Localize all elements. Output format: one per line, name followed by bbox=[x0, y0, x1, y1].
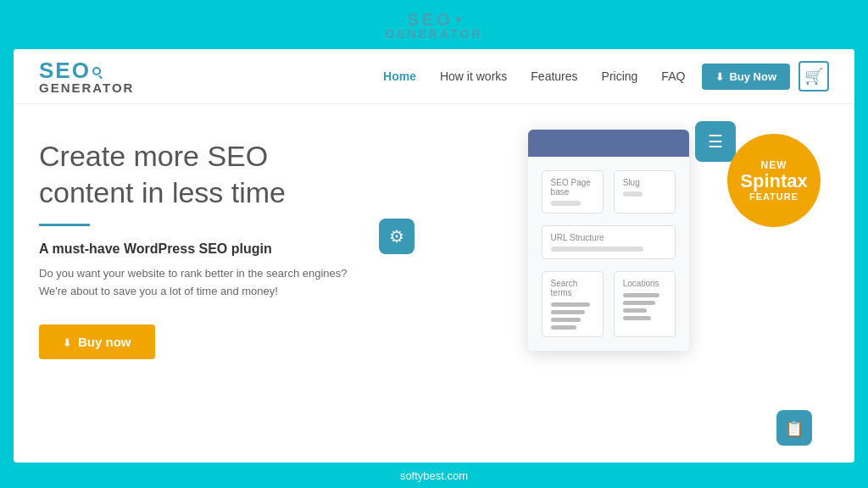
search-dot-icon bbox=[456, 17, 461, 22]
mockup-location-lines bbox=[623, 293, 666, 320]
list-icon bbox=[708, 130, 723, 152]
mockup-seo-label: SEO Page base bbox=[551, 178, 594, 197]
mockup-slug-field: Slug bbox=[614, 170, 676, 214]
nav-generator-text: GENERATOR bbox=[39, 80, 134, 95]
loc-line-3 bbox=[623, 308, 647, 313]
gear-icon-badge bbox=[379, 219, 415, 254]
hero-buy-label: Buy now bbox=[78, 335, 131, 349]
spintax-feature-label: FEATURE bbox=[749, 191, 798, 202]
nav-item-faq[interactable]: FAQ bbox=[661, 69, 685, 84]
hero-download-icon bbox=[63, 335, 71, 349]
mockup-slug-label: Slug bbox=[623, 178, 666, 187]
nav-link-home[interactable]: Home bbox=[383, 69, 416, 83]
nav-buy-now-label: Buy Now bbox=[729, 70, 776, 83]
mockup-locations-field: Locations bbox=[614, 271, 676, 337]
footer-text: softybest.com bbox=[400, 469, 468, 482]
top-seo-label: SEO bbox=[407, 11, 453, 28]
hero-section: Create more SEO content in less time A m… bbox=[14, 104, 854, 463]
top-logo: SEO GENERATOR bbox=[385, 11, 482, 40]
nav-item-pricing[interactable]: Pricing bbox=[602, 69, 638, 84]
mockup-locations-label: Locations bbox=[623, 279, 666, 288]
nav-link-pricing[interactable]: Pricing bbox=[602, 69, 638, 83]
mockup-header-space bbox=[540, 138, 542, 148]
nav-link-faq[interactable]: FAQ bbox=[661, 69, 685, 83]
hero-buy-button[interactable]: Buy now bbox=[39, 324, 155, 359]
ui-mockup-window: SEO Page base Slug URL Structure bbox=[528, 130, 689, 351]
main-container: SEO GENERATOR Home How it works Features… bbox=[14, 49, 854, 463]
nav-buy-now-button[interactable]: Buy Now bbox=[702, 64, 790, 90]
mockup-seo-page-field: SEO Page base bbox=[542, 170, 604, 214]
line-2 bbox=[551, 310, 586, 314]
nav-logo: SEO GENERATOR bbox=[39, 58, 134, 95]
loc-line-2 bbox=[623, 301, 655, 305]
mockup-url-field: URL Structure bbox=[542, 225, 676, 259]
loc-line-4 bbox=[623, 316, 651, 320]
spintax-badge: NEW Spintax FEATURE bbox=[727, 134, 821, 227]
navbar: SEO GENERATOR Home How it works Features… bbox=[14, 49, 854, 104]
nav-item-features[interactable]: Features bbox=[531, 69, 577, 84]
hero-right: NEW Spintax FEATURE SEO Page base bbox=[370, 130, 829, 463]
loc-line-1 bbox=[623, 293, 659, 297]
mockup-row-1: SEO Page base Slug bbox=[542, 170, 676, 214]
copy-icon bbox=[785, 419, 804, 438]
hero-description: Do you want your website to rank better … bbox=[39, 265, 353, 301]
bottom-bar: softybest.com bbox=[0, 463, 868, 488]
mockup-search-lines bbox=[551, 302, 594, 330]
nav-item-how-it-works[interactable]: How it works bbox=[440, 69, 507, 84]
nav-item-home[interactable]: Home bbox=[383, 69, 416, 84]
hero-left: Create more SEO content in less time A m… bbox=[39, 130, 370, 463]
list-icon-badge bbox=[695, 121, 736, 162]
mockup-url-bar bbox=[551, 247, 643, 252]
nav-link-how-it-works[interactable]: How it works bbox=[440, 69, 507, 83]
spintax-new-label: NEW bbox=[761, 159, 787, 171]
line-1 bbox=[551, 302, 590, 307]
spintax-main-label: Spintax bbox=[740, 171, 807, 191]
mockup-header bbox=[528, 130, 689, 157]
mockup-slug-bar bbox=[623, 191, 643, 197]
download-icon bbox=[715, 70, 724, 83]
hero-subtitle: A must-have WordPress SEO plugin bbox=[39, 241, 353, 257]
top-bar: SEO GENERATOR bbox=[0, 0, 868, 49]
copy-icon-badge bbox=[776, 410, 812, 446]
gear-icon bbox=[389, 226, 404, 247]
mockup-body: SEO Page base Slug URL Structure bbox=[528, 157, 689, 351]
mockup-seo-bar bbox=[551, 201, 581, 206]
nav-links: Home How it works Features Pricing FAQ bbox=[383, 69, 685, 84]
cart-icon-button[interactable] bbox=[798, 61, 829, 92]
mockup-search-terms-field: Search terms bbox=[542, 271, 604, 337]
mockup-search-terms-label: Search terms bbox=[551, 279, 594, 297]
magnifier-icon bbox=[92, 67, 101, 75]
mockup-bottom-row: Search terms Locations bbox=[542, 271, 676, 337]
hero-title: Create more SEO content in less time bbox=[39, 138, 353, 210]
nav-link-features[interactable]: Features bbox=[531, 69, 577, 83]
hero-divider bbox=[39, 224, 90, 226]
line-3 bbox=[551, 318, 581, 322]
cart-icon bbox=[804, 67, 823, 86]
top-logo-seo-text: SEO bbox=[407, 11, 460, 28]
top-generator-label: GENERATOR bbox=[385, 28, 482, 40]
line-4 bbox=[551, 325, 577, 330]
mockup-url-label: URL Structure bbox=[551, 233, 666, 242]
